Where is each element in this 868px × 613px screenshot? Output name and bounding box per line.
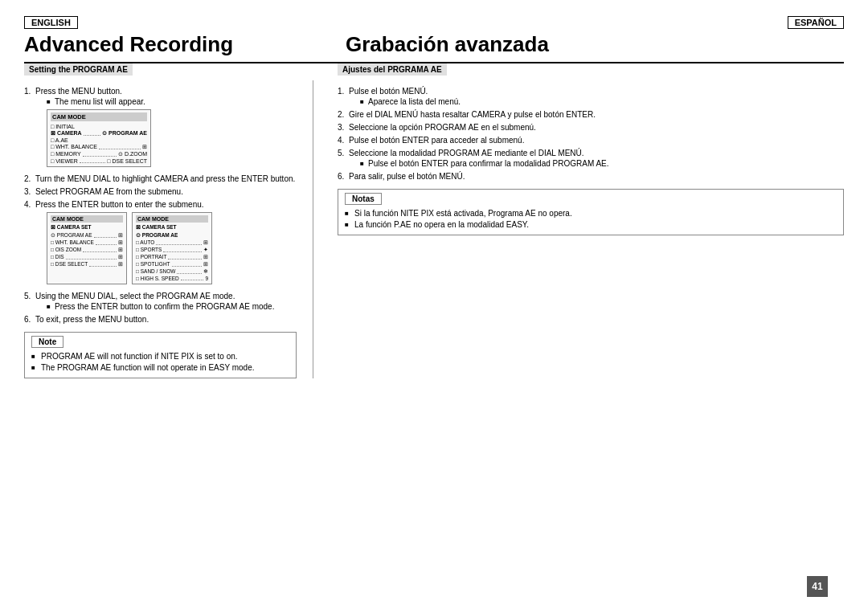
dots-m3-5 [177, 268, 202, 274]
menu1-icon-wht: ⊞ [142, 144, 147, 150]
content-area: 1. Press the MENU button. ■ The menu lis… [24, 80, 844, 378]
note-box-es: Notas ■ Si la función NITE PIX está acti… [338, 189, 844, 235]
step-num-1: 1. [24, 87, 35, 96]
dots-2 [99, 144, 141, 149]
menu3-label-portrait: □ PORTRAIT [136, 254, 166, 260]
menu1-item-camera: ⊠ CAMERA ⊙ PROGRAM AE [51, 129, 147, 137]
steps-en: 1. Press the MENU button. ■ The menu lis… [24, 87, 297, 324]
step-num-2: 2. [24, 174, 35, 183]
two-menu-boxes: CAM MODE ⊠ CAMERA SET ⊙ PROGRAM AE ⊞ □ W… [47, 212, 297, 284]
menu2-item-dis: □ DIS ⊞ [51, 253, 123, 260]
dots-4 [80, 158, 105, 163]
bullet-text-es-1: Aparece la lista del menú. [368, 97, 461, 106]
step-num-5: 5. [24, 292, 35, 300]
menu3-item-highspeed: □ HIGH S. SPEED 9 [136, 275, 208, 281]
menu3-item-spotlight: □ SPOTLIGHT ⊞ [136, 260, 208, 268]
dots-m3-1 [156, 239, 202, 245]
menu3-item-sports: □ SPORTS ✦ [136, 246, 208, 253]
bullet-icon-es-5: ■ [360, 160, 368, 167]
step-content-6: To exit, press the MENU button. [35, 315, 297, 324]
step-num-3: 3. [24, 187, 35, 196]
step-text-3: Select PROGRAM AE from the submenu. [35, 187, 183, 196]
step-text-es-3: Seleccione la opción PROGRAM AE en el su… [349, 123, 536, 132]
note-text-es-1: Si la función NITE PIX está activada, Pr… [354, 209, 572, 218]
dots-m3-3 [168, 254, 202, 260]
dots-m2-4 [66, 254, 117, 260]
menu-box-2-title: CAM MODE [51, 215, 123, 223]
menu3-icon-snow: ❄ [203, 268, 208, 275]
menu1-label-viewer: □ VIEWER [51, 158, 78, 164]
step-content-es-4: Pulse el botón ENTER para acceder al sub… [349, 136, 844, 145]
menu3-item-pae: ⊙ PROGRAM AE [136, 231, 208, 239]
menu2-label-dis: □ DIS [51, 254, 64, 260]
menu3-item-portrait: □ PORTRAIT ⊞ [136, 253, 208, 260]
col-right: 1. Pulse el botón MENÚ. ■ Aparece la lis… [313, 80, 844, 378]
step-num-es-5: 5. [338, 149, 349, 157]
menu-box-3-title: CAM MODE [136, 215, 208, 223]
menu2-icon-wht: ⊞ [118, 239, 123, 246]
menu-box-1: CAM MODE □ INITIAL ⊠ CAMERA ⊙ PROGRAM AE… [47, 109, 151, 167]
menu3-item-snow: □ SAND / SNOW ❄ [136, 268, 208, 275]
section-header-es: Ajustes del PRGRAMA AE [313, 63, 844, 80]
note-title-en: Note [31, 336, 63, 348]
menu2-item-pae: ⊙ PROGRAM AE ⊞ [51, 231, 123, 239]
menu2-label-pae: ⊙ PROGRAM AE [51, 232, 92, 239]
col-left: 1. Press the MENU button. ■ The menu lis… [24, 80, 313, 378]
menu-box-1-title: CAM MODE [51, 112, 147, 121]
note-text-es-2: La función P.AE no opera en la modalidad… [354, 220, 529, 229]
menu3-icon-auto: ⊞ [203, 239, 208, 246]
note-bullet-es-1: ■ [345, 210, 354, 217]
step-num-es-3: 3. [338, 123, 349, 132]
menu2-item-ois: □ OIS ZOOM ⊞ [51, 246, 123, 253]
step-content-es-3: Seleccione la opción PROGRAM AE en el su… [349, 123, 844, 132]
bullet-text-5: Press the ENTER button to confirm the PR… [55, 302, 274, 311]
note-box-en: Note ■ PROGRAM AE will not function if N… [24, 332, 297, 378]
menu1-label-initial: □ INITIAL [51, 124, 75, 129]
step-es-3: 3. Seleccione la opción PROGRAM AE en el… [338, 123, 844, 132]
step-text-5: Using the MENU DIAL, select the PROGRAM … [35, 292, 235, 300]
menu3-label-highspeed: □ HIGH S. SPEED [136, 276, 179, 281]
step-es-4: 4. Pulse el botón ENTER para acceder al … [338, 136, 844, 145]
note-bullet-2: ■ [31, 364, 41, 371]
title-spanish: Grabación avanzada [313, 32, 549, 57]
step-text-es-6: Para salir, pulse el botón MENÚ. [349, 172, 465, 181]
step-text-6: To exit, press the MENU button. [35, 315, 149, 324]
note-text-en-2: The PROGRAM AE function will not operate… [41, 363, 255, 372]
menu3-icon-spotlight: ⊞ [203, 261, 208, 268]
step-text-4: Press the ENTER button to enter the subm… [35, 200, 204, 209]
note-en-2: ■ The PROGRAM AE function will not opera… [31, 363, 289, 372]
step-en-6: 6. To exit, press the MENU button. [24, 315, 297, 324]
step-num-es-4: 4. [338, 136, 349, 145]
note-en-1: ■ PROGRAM AE will not function if NITE P… [31, 352, 289, 361]
step-content-4: Press the ENTER button to enter the subm… [35, 200, 297, 288]
menu3-label-auto: □ AUTO [136, 239, 154, 246]
menu1-val-camera: ⊙ PROGRAM AE [102, 130, 147, 137]
menu3-icon-sports: ✦ [203, 247, 208, 253]
step-bullet-5: ■ Press the ENTER button to confirm the … [47, 302, 297, 311]
step-text-es-4: Pulse el botón ENTER para acceder al sub… [349, 136, 524, 145]
lang-english: ENGLISH [24, 16, 78, 29]
step-bullet-es-5: ■ Pulse el botón ENTER para confirmar la… [360, 159, 844, 168]
menu2-icon-dse: ⊞ [118, 261, 123, 268]
steps-es: 1. Pulse el botón MENÚ. ■ Aparece la lis… [338, 87, 844, 181]
step-es-1: 1. Pulse el botón MENÚ. ■ Aparece la lis… [338, 87, 844, 106]
menu1-val-memory: ⊙ D.ZOOM [118, 151, 147, 157]
step-content-es-6: Para salir, pulse el botón MENÚ. [349, 172, 844, 181]
menu1-label-ae: □ A.AE [51, 137, 68, 143]
menu3-label-spotlight: □ SPOTLIGHT [136, 261, 170, 268]
step-content-1: Press the MENU button. ■ The menu list w… [35, 87, 297, 170]
step-es-6: 6. Para salir, pulse el botón MENÚ. [338, 172, 844, 181]
dots-3 [83, 151, 117, 157]
title-english: Advanced Recording [24, 32, 313, 57]
step-bullet-1: ■ The menu list will appear. [47, 97, 297, 106]
note-bullet-es-2: ■ [345, 221, 354, 228]
step-content-5: Using the MENU DIAL, select the PROGRAM … [35, 292, 297, 311]
dots-m3-4 [172, 261, 202, 267]
menu1-val-viewer: □ DSE SELECT [107, 158, 147, 164]
section-header-en: Setting the PROGRAM AE [24, 63, 313, 80]
step-text-2: Turn the MENU DIAL to highlight CAMERA a… [35, 174, 295, 183]
step-num-6: 6. [24, 315, 35, 324]
step-num-es-2: 2. [338, 110, 349, 119]
title-row: Advanced Recording Grabación avanzada [24, 32, 844, 63]
section-headers: Setting the PROGRAM AE Ajustes del PRGRA… [24, 63, 844, 80]
